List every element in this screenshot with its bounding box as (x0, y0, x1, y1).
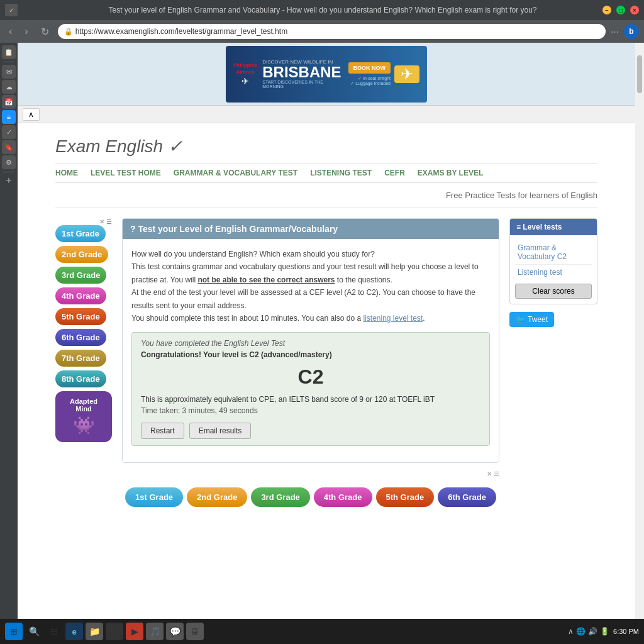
nav-level-test[interactable]: LEVEL TEST HOME (91, 169, 161, 177)
tray-network[interactable]: 🌐 (576, 627, 586, 636)
clock-time: 6:30 PM (613, 628, 639, 635)
twitter-icon: 🐦 (516, 315, 525, 324)
ext-icon-8[interactable]: ⚙ (2, 155, 16, 169)
window-controls: − □ × (602, 6, 639, 14)
file-explorer-btn[interactable]: 📁 (86, 623, 103, 640)
grade-3-btn[interactable]: 3rd Grade (55, 267, 106, 284)
grade-7-btn[interactable]: 7th Grade (55, 350, 106, 367)
app9-btn[interactable]: 🖥 (186, 623, 204, 640)
test-intro: How well do you understand English? Whic… (131, 248, 490, 325)
add-sidebar-icon[interactable]: + (6, 175, 11, 186)
nav-grammar-test[interactable]: GRAMMAR & VOCABULARY TEST (174, 169, 297, 177)
site-title-text: Exam English (55, 136, 163, 156)
address-bar[interactable]: 🔒 https://www.examenglish.com/leveltest/… (58, 24, 606, 39)
browser-tab-icon: ✓ (5, 4, 18, 16)
system-tray: ∧ 🌐 🔊 🔋 (568, 627, 609, 636)
test-header: ? Test your Level of English Grammar/Voc… (123, 219, 499, 239)
grammar-vocab-c2-link[interactable]: Grammar & Vocabulary C2 (515, 240, 592, 265)
left-ad-close-btn[interactable]: ✕ ☰ (99, 218, 112, 225)
ext-icon-1[interactable]: 📋 (2, 45, 16, 59)
clear-scores-button[interactable]: Clear scores (515, 284, 592, 299)
bottom-grade-5-btn[interactable]: 5th Grade (376, 487, 435, 507)
ad-banner: Philippine Airlines ✈ DISCOVER NEW WILDL… (18, 43, 635, 106)
listening-test-link[interactable]: Listening test (515, 265, 592, 280)
task-view-btn[interactable]: ⊟ (45, 623, 63, 640)
bottom-ad-close-btn[interactable]: ✕ ☰ (487, 470, 499, 477)
system-clock[interactable]: 6:30 PM (613, 628, 639, 635)
bottom-grade-6-btn[interactable]: 6th Grade (438, 487, 496, 507)
bottom-ad-close-row: ✕ ☰ (122, 470, 499, 477)
scrollbar-thumb[interactable] (637, 55, 642, 93)
nav-cefr[interactable]: CEFR (384, 169, 405, 177)
taskbar: ⊞ 🔍 ⊟ e 📁 ● ▶ 🎵 💬 🖥 ∧ 🌐 🔊 🔋 6:30 PM (0, 619, 644, 644)
ext-icon-2[interactable]: ✉ (2, 65, 16, 79)
bottom-grade-2-btn[interactable]: 2nd Grade (187, 487, 247, 507)
tray-chevron[interactable]: ∧ (568, 627, 574, 636)
app7-btn[interactable]: 🎵 (146, 623, 164, 640)
bottom-grade-ad-wrapper: ✕ ☰ 1st Grade 2nd Grade 3rd Grade 4th Gr… (122, 470, 499, 507)
tweet-label: Tweet (528, 315, 548, 324)
tweet-button[interactable]: 🐦 Tweet (509, 312, 554, 327)
bottom-grade-4-btn[interactable]: 4th Grade (314, 487, 372, 507)
adapted-mind-ad[interactable]: AdaptedMind 👾 (55, 391, 112, 442)
sidebar-divider-2 (3, 172, 14, 172)
restart-button[interactable]: Restart (141, 423, 184, 439)
intro-p1: How well do you understand English? Whic… (131, 248, 490, 260)
ad-city: BRISBANE (262, 65, 343, 80)
youtube-btn[interactable]: ▶ (126, 623, 143, 640)
ad-plane-image: ✈ (394, 65, 419, 83)
ext-icon-4[interactable]: 📅 (2, 95, 16, 109)
adapted-mind-label: AdaptedMind (70, 397, 97, 413)
sidebar-divider-1 (3, 62, 14, 62)
nav-listening[interactable]: LISTENING TEST (310, 169, 372, 177)
book-now-button[interactable]: BOOK NOW (348, 62, 391, 74)
bottom-grade-1-btn[interactable]: 1st Grade (125, 487, 183, 507)
monster-icon: 👾 (73, 415, 95, 436)
level-tests-body: Grammar & Vocabulary C2 Listening test C… (510, 235, 597, 304)
app8-btn[interactable]: 💬 (166, 623, 184, 640)
nav-home[interactable]: HOME (55, 169, 78, 177)
forward-button[interactable]: › (21, 25, 31, 38)
edge-letter: e (72, 627, 76, 636)
left-grade-ad: ✕ ☰ 1st Grade 2nd Grade 3rd Grade 4th Gr… (55, 218, 112, 442)
search-taskbar-btn[interactable]: 🔍 (25, 623, 43, 640)
grade-4-btn[interactable]: 4th Grade (55, 287, 106, 304)
minimize-button[interactable]: − (602, 6, 611, 14)
ext-icon-3[interactable]: ☁ (2, 80, 16, 94)
listening-link[interactable]: listening level test (363, 314, 423, 323)
grade-1-btn[interactable]: 1st Grade (55, 225, 106, 242)
ext-icon-5[interactable]: ≡ (2, 110, 16, 124)
start-icon: ⊞ (10, 626, 18, 636)
ext-icon-7[interactable]: 🔖 (2, 140, 16, 154)
close-button[interactable]: × (630, 6, 639, 14)
intro-p3: At the end of the test your level will b… (131, 286, 490, 312)
tray-volume[interactable]: 🔊 (588, 627, 597, 636)
content-row: ✕ ☰ 1st Grade 2nd Grade 3rd Grade 4th Gr… (55, 218, 597, 507)
tray-battery[interactable]: 🔋 (600, 627, 609, 636)
edge-icon[interactable]: e (65, 623, 83, 640)
result-completed-text: You have completed the English Level Tes… (141, 339, 480, 348)
profile-button[interactable]: b (624, 24, 639, 39)
ext-icon-6[interactable]: ✓ (2, 125, 16, 139)
grade-8-btn[interactable]: 8th Grade (55, 370, 106, 387)
back-button[interactable]: ‹ (5, 25, 16, 38)
chrome-btn[interactable]: ● (106, 623, 123, 640)
result-level-display: C2 (141, 359, 480, 395)
bottom-grade-3-btn[interactable]: 3rd Grade (251, 487, 309, 507)
ad-inner[interactable]: Philippine Airlines ✈ DISCOVER NEW WILDL… (226, 46, 427, 103)
email-results-button[interactable]: Email results (189, 423, 252, 439)
grade-2-btn[interactable]: 2nd Grade (55, 246, 108, 263)
address-text: https://www.examenglish.com/leveltest/gr… (75, 27, 287, 36)
main-content-area: Philippine Airlines ✈ DISCOVER NEW WILDL… (18, 43, 635, 644)
nav-exams-by-level[interactable]: EXAMS BY LEVEL (418, 169, 483, 177)
start-button[interactable]: ⊞ (5, 623, 23, 640)
extensions-btn[interactable]: ⋯ (611, 27, 619, 36)
grade-6-btn[interactable]: 6th Grade (55, 329, 106, 346)
collapse-button[interactable]: ∧ (23, 108, 40, 121)
grade-5-btn[interactable]: 5th Grade (55, 308, 106, 325)
ad-plane-icon: ✈ (394, 65, 419, 83)
maximize-button[interactable]: □ (616, 6, 625, 14)
scrollbar-track[interactable] (635, 43, 644, 644)
refresh-button[interactable]: ↻ (37, 25, 53, 39)
result-buttons: Restart Email results (141, 423, 480, 439)
